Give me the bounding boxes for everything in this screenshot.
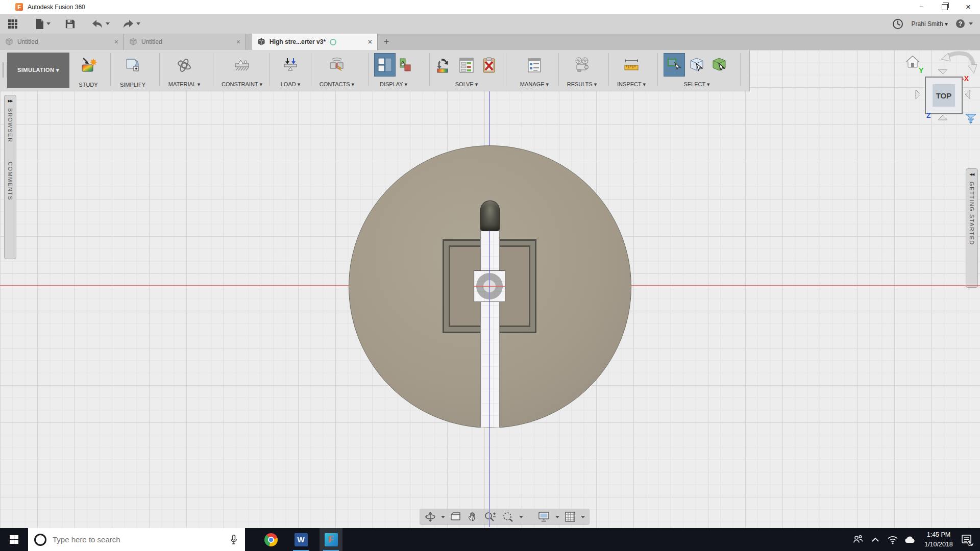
wifi-icon[interactable] — [885, 534, 900, 546]
ribbon-toolbar: SIMULATION ▾ STUDY SIMPLIFY — [0, 50, 750, 91]
start-button[interactable] — [0, 528, 28, 551]
restore-button[interactable] — [933, 0, 957, 14]
ribbon-group-study[interactable]: STUDY — [70, 52, 106, 89]
orbit-tool-icon[interactable] — [424, 511, 436, 523]
results-icon[interactable] — [572, 54, 592, 77]
ribbon-group-solve[interactable]: SOLVE ▾ — [431, 52, 502, 89]
study-icon[interactable] — [78, 54, 99, 77]
contacts-icon[interactable] — [327, 54, 347, 77]
document-cube-icon — [5, 38, 13, 46]
new-tab-button[interactable]: + — [378, 34, 395, 50]
tab-close-button[interactable]: × — [114, 38, 118, 46]
people-icon[interactable] — [850, 534, 866, 546]
redo-button[interactable] — [118, 16, 144, 32]
document-cube-icon — [129, 38, 137, 46]
browser-panel-tab[interactable]: BROWSER — [7, 108, 13, 142]
display-layout-icon[interactable] — [374, 53, 396, 77]
look-at-tool-icon[interactable] — [450, 511, 462, 523]
manage-icon[interactable] — [524, 54, 545, 77]
file-menu-button[interactable] — [31, 16, 54, 32]
view-layers-icon[interactable] — [965, 113, 977, 124]
model-center-hole[interactable] — [474, 270, 505, 302]
grid-settings-dropdown-icon[interactable] — [581, 516, 585, 518]
select-cube-icon[interactable] — [687, 54, 707, 77]
display-lock-icon[interactable] — [398, 54, 413, 77]
app-launcher-button[interactable] — [4, 16, 21, 32]
load-icon[interactable] — [280, 54, 301, 77]
document-tab[interactable]: Untitled × — [124, 34, 246, 50]
action-center-icon[interactable] — [960, 534, 975, 546]
ribbon-group-contacts[interactable]: CONTACTS ▾ — [313, 52, 360, 89]
workspace-switcher-button[interactable]: SIMULATION ▾ — [7, 53, 69, 88]
ribbon-group-label: MATERIAL ▾ — [168, 81, 200, 89]
help-button[interactable]: ? — [956, 19, 973, 28]
viewcube-arrow-left[interactable] — [915, 89, 921, 100]
ribbon-group-label: STUDY — [79, 82, 97, 89]
orbit-dropdown-icon[interactable] — [441, 516, 445, 518]
ribbon-group-label: RESULTS ▾ — [567, 81, 597, 89]
fit-dropdown-icon[interactable] — [519, 516, 523, 518]
zoom-tool-icon[interactable] — [483, 511, 497, 523]
taskbar-chrome-button[interactable] — [259, 528, 282, 551]
chevron-down-icon — [106, 22, 110, 25]
document-tab[interactable]: Untitled × — [0, 34, 124, 50]
ribbon-group-material[interactable]: MATERIAL ▾ — [163, 52, 206, 89]
solve-details-icon[interactable] — [456, 54, 477, 77]
ribbon-group-load[interactable]: LOAD ▾ — [273, 52, 308, 89]
ribbon-group-label: CONSTRAINT ▾ — [222, 81, 262, 89]
undo-button[interactable] — [88, 16, 113, 32]
onedrive-cloud-icon[interactable] — [902, 534, 918, 546]
getting-started-panel-tab[interactable]: GETTING STARTED — [969, 182, 975, 245]
ribbon-group-simplify[interactable]: SIMPLIFY — [114, 52, 152, 89]
microphone-icon[interactable] — [229, 534, 239, 546]
viewcube-arrow-up[interactable] — [937, 68, 948, 75]
ribbon-group-results[interactable]: RESULTS ▾ — [560, 52, 603, 89]
ribbon-group-inspect[interactable]: INSPECT ▾ — [611, 52, 652, 89]
select-window-icon[interactable] — [664, 53, 685, 77]
grid-settings-icon[interactable] — [564, 511, 576, 523]
ribbon-group-label: INSPECT ▾ — [617, 81, 646, 89]
viewcube-top-face[interactable]: TOP — [925, 77, 963, 114]
fit-tool-icon[interactable] — [501, 511, 514, 523]
user-account-button[interactable]: Prahi Smith ▾ — [912, 20, 948, 28]
show-hidden-icons-chevron[interactable] — [868, 535, 883, 545]
tab-close-button[interactable]: × — [236, 38, 240, 46]
save-button[interactable] — [61, 16, 79, 32]
x-axis-line — [0, 285, 349, 286]
minimize-button[interactable]: − — [910, 0, 933, 14]
taskbar-search[interactable] — [28, 528, 245, 551]
display-settings-icon[interactable] — [537, 511, 551, 523]
solve-study-icon[interactable] — [434, 54, 454, 77]
inspect-icon[interactable] — [621, 54, 642, 77]
expand-panel-icon[interactable]: ▶▶ — [8, 99, 13, 103]
ribbon-separator — [368, 53, 369, 86]
model-pin-head[interactable] — [480, 201, 500, 231]
select-solid-icon[interactable] — [709, 54, 730, 77]
viewport-canvas[interactable]: SIMULATION ▾ STUDY SIMPLIFY — [0, 50, 980, 528]
tab-close-button[interactable]: × — [368, 38, 372, 46]
search-input[interactable] — [52, 535, 229, 544]
viewcube-arrow-down[interactable] — [937, 114, 948, 121]
model-slot-cutout[interactable] — [480, 219, 500, 428]
comments-panel-tab[interactable]: COMMENTS — [7, 162, 13, 201]
fusion-logo-icon: F — [15, 3, 23, 11]
ribbon-group-manage[interactable]: MANAGE ▾ — [513, 52, 556, 89]
ribbon-separator — [159, 53, 160, 86]
solve-abort-icon[interactable] — [479, 54, 499, 77]
material-icon[interactable] — [174, 54, 194, 77]
document-tab-active[interactable]: High stre...erter v3* × — [252, 34, 378, 50]
job-status-clock-icon[interactable] — [892, 18, 903, 30]
taskbar-clock[interactable]: 1:45 PM 1/10/2018 — [920, 530, 958, 548]
display-settings-dropdown-icon[interactable] — [555, 516, 559, 518]
ribbon-group-select[interactable]: SELECT ▾ — [659, 52, 734, 89]
collapse-panel-icon[interactable]: ◀◀ — [970, 172, 974, 177]
constraint-icon[interactable] — [232, 54, 252, 77]
ribbon-group-display[interactable]: DISPLAY ▾ — [370, 52, 417, 89]
simplify-icon[interactable] — [122, 54, 143, 77]
taskbar-word-button[interactable]: W — [289, 528, 312, 551]
ribbon-group-constraint[interactable]: CONSTRAINT ▾ — [216, 52, 267, 89]
pan-tool-icon[interactable] — [467, 511, 479, 523]
close-button[interactable]: × — [957, 0, 980, 14]
taskbar-fusion-button[interactable]: F — [320, 528, 342, 551]
viewcube-arrow-right[interactable] — [964, 89, 971, 100]
